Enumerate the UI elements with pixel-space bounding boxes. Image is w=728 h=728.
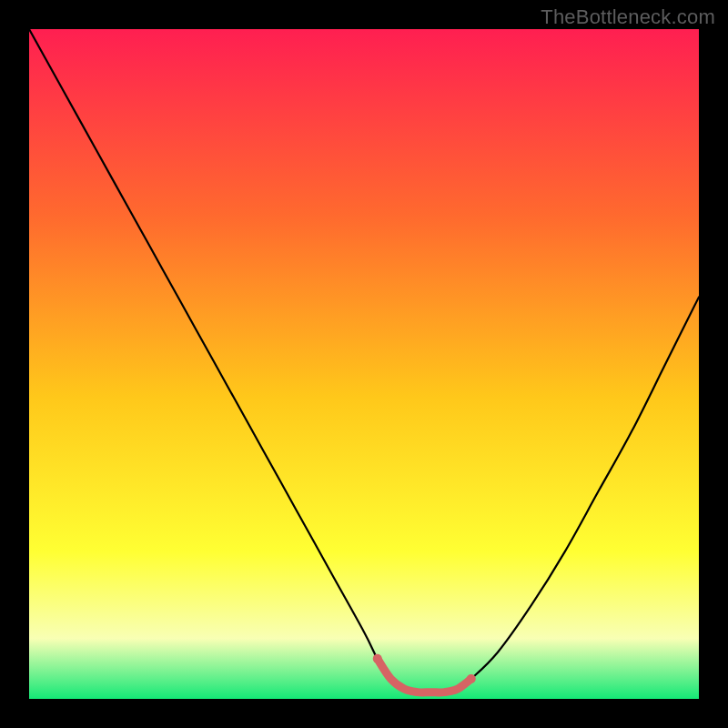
plot-area [29,29,699,699]
chart-frame: TheBottleneck.com [0,0,728,728]
watermark-text: TheBottleneck.com [541,5,715,29]
gradient-background [29,29,699,699]
chart-svg [29,29,699,699]
optimal-zone-marker-left [373,654,382,663]
optimal-zone-marker-right [467,674,476,683]
